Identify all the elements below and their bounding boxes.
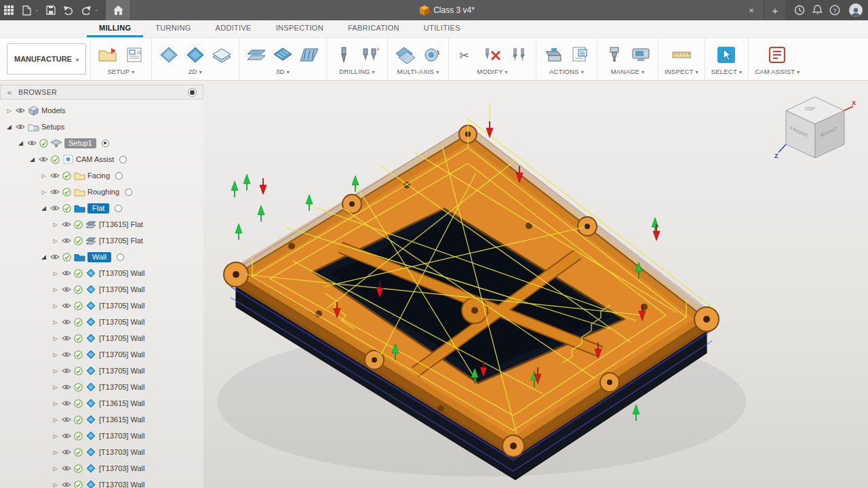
viewport-canvas[interactable]: « BROWSER ▷Models◢Setups◢Setup1◢CAM Assi… — [0, 81, 868, 488]
toolbar-group-label[interactable]: MODIFY — [477, 68, 507, 75]
tree-row--t13703-wall[interactable]: ▷[T13703] Wall — [0, 428, 203, 444]
tree-row--t13703-wall[interactable]: ▷[T13703] Wall — [0, 460, 203, 476]
cam-assist-button[interactable] — [766, 45, 788, 64]
visibility-eye-icon[interactable] — [49, 253, 61, 260]
app-grid-icon[interactable] — [0, 0, 18, 20]
tab-inspection[interactable]: INSPECTION — [264, 21, 336, 37]
machine-library-button[interactable] — [630, 45, 652, 64]
visibility-eye-icon[interactable] — [60, 335, 73, 342]
trim-button[interactable]: ✂ — [455, 45, 477, 64]
redo-icon[interactable] — [77, 0, 95, 20]
visibility-eye-icon[interactable] — [60, 319, 73, 325]
setup-sheet-button[interactable]: G — [123, 45, 145, 64]
compare-radio-empty[interactable] — [125, 188, 132, 196]
undo-icon[interactable] — [60, 0, 77, 20]
bore-button[interactable]: + — [359, 45, 381, 64]
tab-additive[interactable]: ADDITIVE — [203, 21, 264, 37]
tree-row--t13615-wall[interactable]: ▷[T13615] Wall — [0, 411, 203, 428]
expander-closed-icon[interactable]: ▷ — [50, 336, 60, 342]
visibility-eye-icon[interactable] — [60, 416, 73, 423]
post-process-button[interactable] — [542, 45, 564, 64]
compare-radio-empty[interactable] — [119, 156, 127, 163]
visibility-eye-icon[interactable] — [60, 400, 73, 407]
tree-row-flat[interactable]: ◢Flat — [0, 200, 203, 216]
setup-folder-button[interactable] — [97, 45, 119, 64]
expander-closed-icon[interactable]: ▷ — [39, 189, 49, 195]
notifications-bell-icon[interactable] — [808, 0, 826, 20]
expander-closed-icon[interactable]: ▷ — [50, 238, 60, 244]
file-tabs-home-button[interactable] — [106, 0, 130, 20]
help-icon[interactable]: ? — [826, 0, 844, 20]
profile-avatar[interactable] — [849, 3, 863, 17]
toolbar-group-label[interactable]: 2D — [189, 68, 202, 75]
tree-row-facing[interactable]: ▷Facing — [0, 167, 203, 184]
job-status-icon[interactable] — [791, 0, 808, 20]
save-icon[interactable] — [42, 0, 60, 20]
visibility-eye-icon[interactable] — [60, 481, 73, 488]
expander-closed-icon[interactable]: ▷ — [50, 222, 60, 228]
tap-button[interactable] — [508, 45, 530, 64]
tab-utilities[interactable]: UTILITIES — [412, 21, 473, 37]
tree-row--t13705-wall[interactable]: ▷[T13705] Wall — [0, 314, 203, 330]
expander-open-icon[interactable]: ◢ — [16, 140, 26, 146]
tree-row--t13615-flat[interactable]: ▷[T13615] Flat — [0, 216, 203, 232]
parallel-3d-button[interactable] — [272, 45, 294, 64]
visibility-eye-icon[interactable] — [49, 172, 61, 179]
toolbar-group-label[interactable]: SELECT — [711, 68, 742, 75]
toolbar-group-label[interactable]: SETUP — [108, 68, 135, 75]
compare-radio-dot[interactable] — [102, 140, 109, 147]
browser-collapse-icon[interactable]: « — [1, 88, 18, 96]
expander-closed-icon[interactable]: ▷ — [4, 108, 14, 114]
tree-row--t13705-wall[interactable]: ▷[T13705] Wall — [0, 298, 203, 314]
visibility-eye-icon[interactable] — [26, 140, 38, 146]
tree-row-setups[interactable]: ◢Setups — [0, 119, 203, 135]
expander-closed-icon[interactable]: ▷ — [50, 417, 60, 423]
expander-closed-icon[interactable]: ▷ — [50, 303, 60, 309]
toolbar-group-label[interactable]: DRILLING — [339, 68, 375, 75]
visibility-eye-icon[interactable] — [60, 237, 73, 244]
visibility-eye-icon[interactable] — [60, 432, 73, 439]
expander-closed-icon[interactable]: ▷ — [50, 384, 60, 390]
visibility-eye-icon[interactable] — [60, 449, 73, 455]
expander-closed-icon[interactable]: ▷ — [50, 368, 60, 374]
swarf-button[interactable] — [394, 45, 416, 64]
tree-row--t13705-wall[interactable]: ▷[T13705] Wall — [0, 346, 203, 363]
expander-open-icon[interactable]: ◢ — [39, 205, 49, 211]
visibility-eye-icon[interactable] — [14, 107, 26, 114]
visibility-eye-icon[interactable] — [60, 351, 73, 358]
ruler-button[interactable] — [671, 45, 692, 64]
steep-3d-button[interactable] — [298, 45, 320, 64]
visibility-eye-icon[interactable] — [60, 384, 73, 390]
visibility-eye-icon[interactable] — [60, 286, 73, 293]
visibility-eye-icon[interactable] — [14, 123, 26, 130]
toolbar-group-label[interactable]: 3D — [276, 68, 290, 75]
tree-row-roughing[interactable]: ▷Roughing — [0, 184, 203, 200]
expander-open-icon[interactable]: ◢ — [39, 253, 49, 260]
expander-closed-icon[interactable]: ▷ — [50, 319, 60, 325]
drill-button[interactable] — [333, 45, 355, 64]
new-tab-button[interactable]: + — [765, 0, 785, 20]
expander-closed-icon[interactable]: ▷ — [50, 466, 60, 472]
compare-radio-empty[interactable] — [115, 205, 122, 212]
tool-library-button[interactable] — [604, 45, 625, 64]
expander-open-icon[interactable]: ◢ — [27, 156, 37, 163]
tree-row--t13705-wall[interactable]: ▷[T13705] Wall — [0, 379, 203, 395]
gcode-button[interactable]: G1G2 — [569, 45, 591, 64]
expander-closed-icon[interactable]: ▷ — [50, 401, 60, 407]
view-cube[interactable]: TOP FRONT RIGHT X Z — [774, 90, 856, 168]
expander-closed-icon[interactable]: ▷ — [50, 433, 60, 439]
contour-2d-button[interactable] — [184, 45, 206, 64]
expander-closed-icon[interactable]: ▷ — [50, 449, 60, 455]
tree-row--t13705-wall[interactable]: ▷[T13705] Wall — [0, 265, 203, 281]
visibility-eye-icon[interactable] — [60, 221, 73, 228]
tree-row--t13705-wall[interactable]: ▷[T13705] Wall — [0, 330, 203, 346]
toolbar-group-label[interactable]: CAM ASSIST — [755, 68, 800, 75]
tree-row--t13703-wall[interactable]: ▷[T13703] Wall — [0, 476, 203, 488]
tree-row--t13705-flat[interactable]: ▷[T13705] Flat — [0, 232, 203, 249]
toolbar-group-label[interactable]: MANAGE — [611, 68, 645, 75]
expander-closed-icon[interactable]: ▷ — [39, 173, 49, 179]
tab-close-icon[interactable]: × — [745, 0, 758, 20]
visibility-eye-icon[interactable] — [60, 302, 73, 309]
rotary-button[interactable] — [420, 45, 442, 64]
tree-row-cam-assist[interactable]: ◢CAM Assist — [0, 151, 203, 167]
